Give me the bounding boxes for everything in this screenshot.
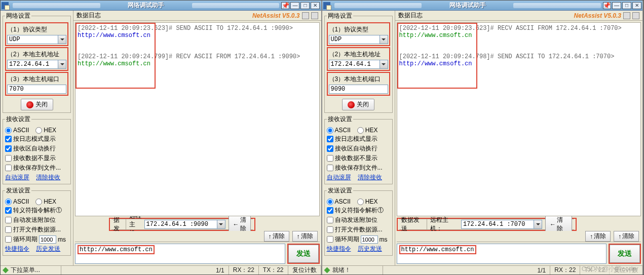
recv-hex-radio[interactable]: [357, 127, 364, 134]
log-label: 数据日志: [398, 11, 423, 20]
recv-savefile-check[interactable]: [5, 165, 12, 171]
clear-send-button-2[interactable]: ↑ 清除: [614, 231, 639, 242]
clear-send-button[interactable]: ↑ 清除: [264, 231, 289, 242]
local-host-select[interactable]: 172.24.64.1: [7, 60, 66, 69]
send-button[interactable]: 发送: [610, 245, 640, 263]
diamond-icon[interactable]: [623, 12, 630, 19]
quickcmd-link[interactable]: 快捷指令: [327, 245, 351, 252]
recv-savefile-check[interactable]: [327, 165, 333, 171]
titlebar[interactable]: 网络调试助手 📌 — □ ✕: [1, 1, 321, 11]
version-label: NetAssist V5.0.3: [574, 12, 621, 19]
recv-nodisplay-check[interactable]: [5, 155, 12, 162]
send-settings-group: 发送设置 ASCII HEX 转义符指令解析① 自动发送附加位 打开文件数据源.…: [324, 186, 393, 256]
record-icon: [26, 101, 33, 108]
chevron-down-icon[interactable]: [58, 60, 66, 68]
local-host-select[interactable]: 172.24.64.1: [329, 60, 388, 69]
protocol-type-select[interactable]: UDP: [7, 35, 66, 44]
maximize-button[interactable]: □: [300, 2, 310, 9]
send-escape-check[interactable]: [5, 207, 12, 214]
send-escape-check[interactable]: [327, 207, 333, 214]
titlebar[interactable]: 网络调试助手 📌 — □ ✕: [322, 1, 643, 11]
status-icon: [324, 267, 330, 273]
chevron-down-icon[interactable]: [217, 220, 225, 228]
local-port-input[interactable]: 9090: [329, 85, 388, 94]
send-hex-radio[interactable]: [357, 199, 364, 205]
recv-autowrap-check[interactable]: [5, 145, 12, 152]
local-port-label: （3）本地主机端口: [7, 75, 66, 84]
sidebar: 网络设置 （1）协议类型 UDP （2）本地主机地址 172.24.64.1: [322, 11, 395, 265]
send-button[interactable]: 发送: [288, 245, 319, 263]
quickcmd-link[interactable]: 快捷指令: [5, 245, 29, 252]
send-period-input[interactable]: [39, 235, 56, 244]
pin-icon[interactable]: 📌: [281, 2, 289, 9]
send-openfile-check[interactable]: [327, 226, 333, 233]
status-bar: 就绪！ 1/1 RX：22 TX：22 复位计数 CSDN @小熊coder: [322, 265, 643, 274]
status-tx: TX：22: [259, 266, 288, 274]
pin-icon[interactable]: 📌: [603, 2, 611, 9]
send-ascii-radio[interactable]: [5, 199, 12, 205]
send-input[interactable]: http://www.cmsoft.cn: [75, 244, 285, 264]
app-window-right: 网络调试助手 📌 — □ ✕ 网络设置 （1）协议类型 UDP （2）本地主机地…: [322, 1, 644, 274]
clear-send-button-2[interactable]: ↑ 清除: [292, 231, 318, 242]
send-legend: 发送设置: [5, 186, 31, 195]
status-dropdown[interactable]: 下拉菜单...: [11, 266, 40, 274]
gear-icon[interactable]: [311, 12, 318, 19]
status-page: 1/1: [212, 266, 229, 274]
chevron-down-icon[interactable]: [380, 60, 388, 68]
close-window-button[interactable]: ✕: [632, 2, 641, 9]
recv-logmode-check[interactable]: [5, 136, 12, 142]
send-hex-radio[interactable]: [35, 199, 42, 205]
status-rx: RX：22: [229, 266, 259, 274]
log-area[interactable]: [2022-12-11 20:09:23.623]# RECV ASCII FR…: [397, 22, 641, 216]
send-autoappend-check[interactable]: [327, 217, 333, 223]
chevron-down-icon[interactable]: [534, 220, 542, 228]
maximize-button[interactable]: □: [622, 2, 631, 9]
clear-send-button[interactable]: ↑ 清除: [585, 231, 611, 242]
recv-ascii-radio[interactable]: [5, 127, 12, 134]
diamond-icon[interactable]: [302, 12, 309, 19]
protocol-type-select[interactable]: UDP: [329, 35, 388, 44]
remote-host-select[interactable]: 172.24.64.1 :7070: [461, 220, 542, 229]
send-loop-check[interactable]: [327, 236, 333, 243]
clearrecv-link[interactable]: 清除接收: [358, 174, 382, 181]
local-port-input[interactable]: 7070: [7, 85, 66, 94]
send-period-input[interactable]: [361, 235, 378, 244]
network-settings-group: 网络设置 （1）协议类型 UDP （2）本地主机地址 172.24.64.1: [324, 12, 393, 113]
close-window-button[interactable]: ✕: [311, 2, 320, 9]
log-area[interactable]: [2022-12-11 20:09:23.623]# SEND ASCII TO…: [75, 22, 320, 216]
reset-count-button[interactable]: 复位计数: [610, 266, 642, 274]
minimize-button[interactable]: —: [612, 2, 621, 9]
log-label: 数据日志: [77, 11, 101, 20]
send-settings-group: 发送设置 ASCII HEX 转义符指令解析① 自动发送附加位 打开文件数据源.…: [3, 186, 71, 256]
send-loop-check[interactable]: [5, 236, 12, 243]
send-openfile-check[interactable]: [5, 226, 12, 233]
receive-settings-group: 接收设置 ASCII HEX 按日志模式显示 接收区自动换行 接收数据不显示 接…: [324, 115, 393, 184]
status-tx: TX：22: [580, 266, 610, 274]
send-autoappend-check[interactable]: [5, 217, 12, 223]
protocol-type-label: （1）协议类型: [7, 25, 66, 34]
chevron-down-icon[interactable]: [380, 35, 388, 44]
recv-nodisplay-check[interactable]: [327, 155, 333, 162]
historysend-link[interactable]: 历史发送: [36, 245, 60, 252]
send-input[interactable]: http://www.cmsoft.cn: [397, 244, 607, 264]
autoscroll-link[interactable]: 自动滚屏: [327, 174, 351, 181]
network-settings-group: 网络设置 （1）协议类型 UDP （2）本地主机地址 172.24.64.1: [3, 12, 71, 113]
minimize-button[interactable]: —: [290, 2, 299, 9]
recv-hex-radio[interactable]: [35, 127, 42, 134]
version-label: NetAssist V5.0.3: [252, 12, 299, 19]
recv-logmode-check[interactable]: [327, 136, 333, 142]
autoscroll-link[interactable]: 自动滚屏: [5, 174, 29, 181]
remote-host-label: 远程主机：: [430, 216, 458, 233]
close-connection-button[interactable]: 关闭: [342, 99, 374, 110]
send-ascii-radio[interactable]: [327, 199, 333, 205]
clearrecv-link[interactable]: 清除接收: [36, 174, 60, 181]
remote-host-select[interactable]: 172.24.64.1 :9090: [144, 220, 225, 229]
recv-autowrap-check[interactable]: [327, 145, 333, 152]
reset-count-button[interactable]: 复位计数: [288, 266, 321, 274]
historysend-link[interactable]: 历史发送: [358, 245, 382, 252]
close-connection-button[interactable]: 关闭: [21, 99, 53, 110]
gear-icon[interactable]: [632, 12, 639, 19]
recv-ascii-radio[interactable]: [327, 127, 333, 134]
chevron-down-icon[interactable]: [58, 35, 66, 44]
main-panel: 数据日志 NetAssist V5.0.3 [2022-12-11 20:09:…: [73, 11, 321, 265]
